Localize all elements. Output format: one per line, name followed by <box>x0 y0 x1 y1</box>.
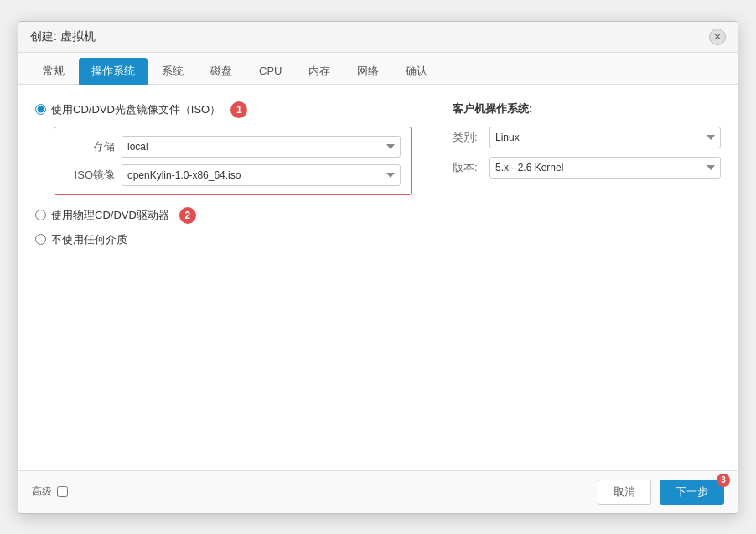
type-select[interactable]: Linux <box>489 127 721 148</box>
storage-select[interactable]: local <box>122 136 401 158</box>
tab-general[interactable]: 常规 <box>30 58 77 85</box>
iso-radio-group: 使用CD/DVD光盘镜像文件（ISO） 1 存储 local ISO镜像 o <box>35 101 412 195</box>
none-radio[interactable] <box>35 234 46 245</box>
badge-2: 2 <box>179 207 196 224</box>
physical-radio[interactable] <box>35 210 46 220</box>
type-field-row: 类别: Linux <box>453 127 721 148</box>
tabs-bar: 常规 操作系统 系统 磁盘 CPU 内存 网络 确认 <box>18 53 738 85</box>
none-option-row: 不使用任何介质 <box>35 232 412 247</box>
footer: 高级 取消 下一步 3 <box>18 470 738 513</box>
iso-field-row: ISO镜像 openKylin-1.0-x86_64.iso <box>65 164 401 186</box>
iso-option-row: 使用CD/DVD光盘镜像文件（ISO） 1 <box>35 101 412 118</box>
version-select[interactable]: 5.x - 2.6 Kernel <box>489 157 721 179</box>
next-button[interactable]: 下一步 3 <box>660 480 724 505</box>
badge-3: 3 <box>717 474 730 487</box>
cancel-button[interactable]: 取消 <box>598 480 651 505</box>
none-option-label: 不使用任何介质 <box>51 232 127 247</box>
dialog-title: 创建: 虚拟机 <box>30 29 96 44</box>
type-label: 类别: <box>453 130 483 145</box>
tab-system[interactable]: 系统 <box>149 58 196 85</box>
tab-os[interactable]: 操作系统 <box>79 58 148 85</box>
tab-cpu[interactable]: CPU <box>246 59 294 83</box>
next-label: 下一步 <box>676 485 708 498</box>
tab-network[interactable]: 网络 <box>344 58 391 85</box>
iso-radio[interactable] <box>35 104 46 115</box>
advanced-checkbox[interactable] <box>57 486 68 497</box>
iso-option-label: 使用CD/DVD光盘镜像文件（ISO） <box>51 102 220 117</box>
tab-disk[interactable]: 磁盘 <box>198 58 245 85</box>
badge-1: 1 <box>230 101 247 118</box>
storage-label: 存储 <box>65 139 115 154</box>
content-area: 使用CD/DVD光盘镜像文件（ISO） 1 存储 local ISO镜像 o <box>18 85 738 470</box>
advanced-label: 高级 <box>32 485 52 499</box>
guest-os-title: 客户机操作系统: <box>453 101 721 117</box>
iso-sub-fields: 存储 local ISO镜像 openKylin-1.0-x86_64.iso <box>54 127 412 195</box>
close-button[interactable]: ✕ <box>709 29 726 45</box>
version-field-row: 版本: 5.x - 2.6 Kernel <box>453 157 721 179</box>
tab-memory[interactable]: 内存 <box>296 58 343 85</box>
right-panel: 客户机操作系统: 类别: Linux 版本: 5.x - 2.6 Kernel <box>453 101 721 454</box>
title-bar: 创建: 虚拟机 ✕ <box>18 22 738 53</box>
storage-field-row: 存储 local <box>65 136 401 158</box>
left-panel: 使用CD/DVD光盘镜像文件（ISO） 1 存储 local ISO镜像 o <box>35 101 412 454</box>
version-label: 版本: <box>453 160 483 175</box>
iso-label: ISO镜像 <box>65 168 115 183</box>
vertical-divider <box>432 101 432 454</box>
physical-option-label: 使用物理CD/DVD驱动器 <box>51 208 169 223</box>
tab-confirm[interactable]: 确认 <box>393 58 440 85</box>
physical-option-row: 使用物理CD/DVD驱动器 2 <box>35 207 412 224</box>
dialog-window: 创建: 虚拟机 ✕ 常规 操作系统 系统 磁盘 CPU 内存 网络 确认 使用C… <box>18 21 738 514</box>
iso-select[interactable]: openKylin-1.0-x86_64.iso <box>122 164 401 186</box>
footer-left: 高级 <box>32 485 68 499</box>
